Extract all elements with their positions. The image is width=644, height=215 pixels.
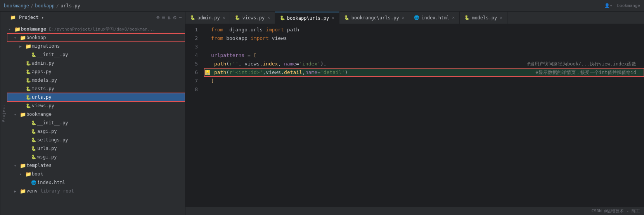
index-html-close-btn[interactable]: ✕	[452, 15, 455, 20]
code-line-8	[204, 85, 644, 94]
migrations-folder-icon: 📁	[25, 43, 31, 49]
breadcrumb-bookapp[interactable]: bookapp	[35, 3, 55, 9]
init2-py-icon: 🐍	[31, 120, 36, 126]
tree-item-wsgi[interactable]: ▶ 🐍 wsgi.py	[7, 153, 185, 161]
breadcrumb-sep1: /	[31, 3, 33, 9]
models-py-icon: 🐍	[26, 78, 31, 83]
tree-item-asgi[interactable]: ▶ 🐍 asgi.py	[7, 127, 185, 136]
tab-views[interactable]: 🐍 views.py ✕	[230, 12, 275, 24]
credit-text: CSDN @运维技术 - 陈工	[591, 208, 640, 214]
admin-close-btn[interactable]: ✕	[223, 15, 225, 20]
bottom-bar: CSDN @运维技术 - 陈工	[185, 206, 644, 215]
tree-root[interactable]: ▾ 📁 bookmange E:/pythonProject/linux学习/d…	[7, 25, 185, 33]
views-tab-icon: 🐍	[235, 15, 240, 20]
tab-models[interactable]: 🐍 models.py ✕	[460, 12, 507, 24]
tab-admin[interactable]: 🐍 admin.py ✕	[185, 12, 230, 24]
sidebar-toolbar: ⊕ ≡ ⇅ ⚙ −	[156, 14, 182, 21]
tree-item-models[interactable]: ▶ 🐍 models.py	[7, 76, 185, 84]
tree-item-book[interactable]: ▾ 📁 book	[7, 170, 185, 178]
views-py-icon: 🐍	[26, 103, 31, 108]
bookapp-urls-tab-icon: 🐍	[280, 15, 285, 21]
tree-item-admin[interactable]: ▶ 🐍 admin.py	[7, 59, 185, 67]
editor-area: 🐍 admin.py ✕ 🐍 views.py ✕ 🐍 bookapp\urls…	[185, 12, 644, 215]
tree-item-settings[interactable]: ▶ 🐍 settings.py	[7, 136, 185, 144]
comment-line-5: #当用户访问路径为book/...执行view.index函数	[527, 60, 636, 68]
project-panel-label[interactable]: Project	[0, 12, 7, 215]
collapse-all-icon[interactable]: ≡	[162, 14, 165, 21]
tree-item-migrations[interactable]: ▶ 📁 migrations	[7, 42, 185, 50]
code-line-3	[204, 43, 644, 51]
bookmange-folder-icon: 📁	[20, 112, 26, 117]
line-numbers: 1 2 3 4 5 6 7 8	[185, 24, 201, 206]
wsgi-py-icon: 🐍	[31, 155, 36, 160]
profile-icon: 👤▾	[604, 3, 613, 8]
root-folder-icon: 📁	[14, 26, 21, 32]
sidebar: 📁 Project ▾ ⊕ ≡ ⇅ ⚙ − ▾ 📁 bookmange E:/p…	[7, 12, 185, 215]
index-html-icon: 🌐	[31, 180, 36, 185]
settings-icon[interactable]: ⚙	[173, 14, 176, 21]
book-folder-icon: 📁	[25, 171, 31, 177]
tree-content: ▾ 📁 bookmange E:/pythonProject/linux学习/d…	[7, 23, 185, 215]
gutter-6: 💡	[204, 70, 211, 75]
tabs-bar: 🐍 admin.py ✕ 🐍 views.py ✕ 🐍 bookapp\urls…	[185, 12, 644, 24]
tree-item-apps[interactable]: ▶ 🐍 apps.py	[7, 67, 185, 76]
breadcrumb-sep2: /	[56, 3, 59, 9]
code-line-5: path(r'', views.index, name='index'), #当…	[204, 60, 644, 68]
tree-item-init-py2[interactable]: ▶ 🐍 __init__.py	[7, 119, 185, 127]
tab-index-html-label: index.html	[421, 15, 449, 21]
tree-item-index-html[interactable]: ▶ 🌐 index.html	[7, 178, 185, 187]
init-py-icon: 🐍	[31, 52, 36, 57]
tree-item-urls2[interactable]: ▶ 🐍 urls.py	[7, 144, 185, 153]
admin-py-icon: 🐍	[26, 61, 31, 66]
tab-models-label: models.py	[472, 15, 497, 21]
sidebar-header: 📁 Project ▾ ⊕ ≡ ⇅ ⚙ −	[7, 12, 185, 23]
breadcrumb-urls: urls.py	[61, 3, 80, 9]
tree-item-init-py[interactable]: ▶ 🐍 __init__.py	[7, 50, 185, 59]
apps-py-icon: 🐍	[26, 69, 31, 74]
breadcrumb: bookmange / bookapp / urls.py	[4, 3, 80, 9]
main-layout: Project 📁 Project ▾ ⊕ ≡ ⇅ ⚙ − ▾ 📁 bookma…	[0, 12, 644, 215]
tab-bookapp-urls-label: bookapp\urls.py	[287, 15, 329, 21]
globe-icon[interactable]: ⊕	[156, 14, 159, 21]
code-line-7: ]	[204, 77, 644, 85]
tab-bookmange-urls-label: bookmange\urls.py	[351, 15, 399, 21]
code-line-2: from bookapp import views	[204, 34, 644, 43]
breadcrumb-bookmange[interactable]: bookmange	[4, 3, 29, 9]
views-close-btn[interactable]: ✕	[267, 15, 270, 20]
tab-bookmange-urls[interactable]: 🐍 bookmange\urls.py ✕	[339, 12, 409, 24]
models-close-btn[interactable]: ✕	[500, 15, 502, 20]
code-content[interactable]: from django.urls import path from bookap…	[201, 24, 644, 206]
venv-folder-icon: 📁	[20, 188, 26, 194]
tab-admin-label: admin.py	[197, 15, 220, 21]
comment-line-6: #显示数据的详情页，接受一个int值并赋值给id	[536, 68, 636, 77]
models-tab-icon: 🐍	[464, 15, 470, 20]
urls2-py-icon: 🐍	[31, 146, 36, 151]
settings-py-icon: 🐍	[31, 138, 36, 143]
templates-folder-icon: 📁	[20, 163, 26, 169]
tab-views-label: views.py	[242, 15, 265, 21]
code-editor[interactable]: 1 2 3 4 5 6 7 8 from django.urls import …	[185, 24, 644, 206]
tab-bookapp-urls[interactable]: 🐍 bookapp\urls.py ✕	[275, 12, 339, 24]
bulb-icon[interactable]: 💡	[205, 70, 210, 75]
urls-py-icon: 🐍	[26, 95, 31, 100]
hide-icon[interactable]: −	[179, 14, 182, 21]
tree-item-urls[interactable]: ▶ 🐍 urls.py	[7, 93, 185, 101]
admin-tab-icon: 🐍	[190, 15, 196, 20]
tree-item-bookmange-folder[interactable]: ▾ 📁 bookmange	[7, 110, 185, 119]
sidebar-title: Project ▾	[19, 15, 44, 20]
tree-item-templates[interactable]: ▾ 📁 templates	[7, 161, 185, 170]
bookapp-urls-close-btn[interactable]: ✕	[332, 15, 334, 21]
tab-index-html[interactable]: 🌐 index.html ✕	[409, 12, 460, 24]
bookmange-urls-close-btn[interactable]: ✕	[402, 15, 405, 20]
bookapp-folder-icon: 📁	[20, 35, 26, 41]
code-line-4: urlpatterns = [	[204, 51, 644, 60]
tree-item-tests[interactable]: ▶ 🐍 tests.py	[7, 84, 185, 93]
tree-item-bookapp[interactable]: ▾ 📁 bookapp	[7, 33, 185, 42]
tree-item-venv[interactable]: ▶ 📁 venv library root	[7, 187, 185, 195]
code-line-1: from django.urls import path	[204, 26, 644, 34]
tests-py-icon: 🐍	[26, 86, 31, 91]
tree-item-views[interactable]: ▶ 🐍 views.py	[7, 101, 185, 110]
code-line-6: 💡 path(r'<int:id>',views.detail,name='de…	[204, 68, 644, 77]
sort-icon[interactable]: ⇅	[168, 14, 171, 21]
title-bar: bookmange / bookapp / urls.py 👤▾ bookman…	[0, 0, 644, 12]
